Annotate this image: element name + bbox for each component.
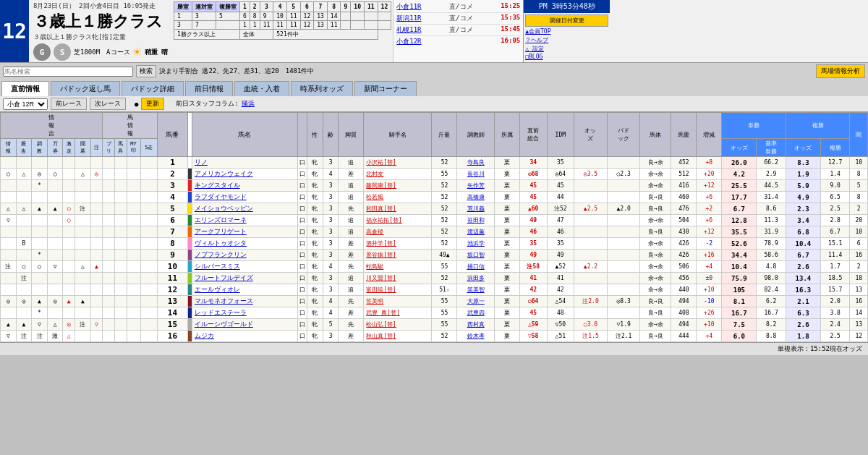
horse-name[interactable]: アークフリゲート	[192, 226, 297, 238]
horse-trainer[interactable]: 矢作芳	[457, 180, 495, 192]
race-link-niigata11[interactable]: 新潟11R 直/コメ 15:35	[396, 13, 520, 25]
race-link-kokura12[interactable]: 小倉12R 16:05	[396, 36, 520, 47]
horse-trainer[interactable]: 寺島良	[457, 157, 495, 169]
horse-jockey[interactable]: 和田真[替]	[364, 203, 432, 215]
menu-kaiin[interactable]: ▲会員TOP	[525, 27, 608, 35]
horse-age: 3	[323, 238, 339, 250]
horse-allow: 52	[432, 180, 457, 192]
horse-jockey[interactable]: 蛇島駿	[364, 261, 432, 273]
horse-jockey[interactable]: 秋山真[替]	[364, 331, 432, 342]
horse-name[interactable]: キングスタイル	[192, 180, 297, 192]
menu-settings[interactable]: △ 設定	[525, 45, 608, 53]
horse-name[interactable]: アメリカンウェイク	[192, 169, 297, 180]
horse-trainer[interactable]: 池浜学	[457, 238, 495, 250]
race-link-kokura11[interactable]: 小倉11R 直/コメ 15:25	[396, 1, 520, 13]
horse-pad	[607, 157, 640, 169]
horse-pad: ◎8.3	[607, 296, 640, 307]
horse-jockey[interactable]: 酒井学[替]	[364, 238, 432, 250]
horse-odds	[574, 273, 608, 284]
horse-pad	[607, 238, 640, 250]
mark-mankken: ▲	[47, 203, 63, 215]
horse-buri	[103, 180, 115, 192]
next-race-btn[interactable]: 次レース	[90, 98, 126, 110]
race-select[interactable]: 小倉 12R	[3, 98, 48, 110]
mark-kaibaku: △	[75, 261, 91, 273]
kaiji-btn[interactable]: 開催日付変更	[525, 14, 608, 27]
horse-trainer[interactable]: 掻口信	[457, 261, 495, 273]
mark-chokyo	[32, 226, 48, 238]
horse-name[interactable]: レッドエステーラ	[192, 307, 297, 319]
s-icon: S	[54, 43, 71, 61]
horse-name[interactable]: エールヴィオレ	[192, 284, 297, 296]
tab-paddock-detail[interactable]: パドック詳細	[122, 81, 184, 96]
horse-jockey[interactable]: 北村友	[364, 169, 432, 180]
horse-body: 余→余	[640, 273, 671, 284]
horse-name[interactable]: メイショウベッピン	[192, 203, 297, 215]
horse-name[interactable]: シルバースミス	[192, 261, 297, 273]
horse-trainer[interactable]: 大原一	[457, 296, 495, 307]
horse-num: 1	[158, 157, 188, 169]
prev-race-btn[interactable]: 前レース	[51, 98, 87, 110]
tab-paddock-kaeshi[interactable]: パドック返し馬	[51, 81, 120, 96]
horse-name[interactable]: ムジカ	[192, 331, 297, 342]
update-btn[interactable]: 更新	[141, 98, 164, 110]
horse-odds: 注2.0	[574, 296, 608, 307]
horse-name[interactable]: ラフダイヤモンド	[192, 192, 297, 203]
horse-name[interactable]: エリンズロマーネ	[192, 215, 297, 226]
horse-buri	[103, 192, 115, 203]
horse-name[interactable]: ノブフランクリン	[192, 250, 297, 261]
horse-trainer[interactable]: 鈴木孝	[457, 331, 495, 342]
horse-place: 栗	[494, 273, 519, 284]
horse-jockey[interactable]: 武豊 農[替]	[364, 307, 432, 319]
horse-trainer[interactable]: 高橋康	[457, 192, 495, 203]
staff-label: 前日スタッフコラム:	[176, 99, 238, 109]
tab-ketto[interactable]: 血統・入着	[234, 81, 289, 96]
horse-name[interactable]: マルモネオフォース	[192, 296, 297, 307]
horse-trainer[interactable]: 笑美智	[457, 284, 495, 296]
horse-body: 良→良	[640, 192, 671, 203]
horse-jockey[interactable]: 景谷振[替]	[364, 250, 432, 261]
horse-name[interactable]: イルーシヴゴールド	[192, 319, 297, 331]
horse-trainer[interactable]: 浜田多	[457, 273, 495, 284]
race-link-sapporo11[interactable]: 札幌11R 直/コメ 15:45	[396, 25, 520, 36]
horse-name[interactable]: リノ	[192, 157, 297, 169]
search-button[interactable]: 検索	[136, 65, 156, 77]
horse-trainer[interactable]: 武豊四	[457, 307, 495, 319]
horse-jockey[interactable]: 富田暁[替]	[364, 284, 432, 296]
horse-jockey[interactable]: 笠美明	[364, 296, 432, 307]
col-place2: 連対室	[192, 2, 216, 12]
staff-link[interactable]: 掻浜	[242, 99, 255, 109]
tab-chokuzen[interactable]: 直前情報	[1, 81, 49, 96]
mark-kyusha: 注	[16, 273, 32, 284]
horse-tan-base: 82.4	[757, 284, 786, 296]
tab-shinbun[interactable]: 新聞コーナー	[354, 81, 417, 96]
mark-kaibaku: 注	[75, 319, 91, 331]
horse-jockey[interactable]: 福永祐拓[替]	[364, 215, 432, 226]
horse-name[interactable]: ヴィルトゥオシタ	[192, 238, 297, 250]
mark-geki	[63, 273, 75, 284]
horse-jockey[interactable]: 高倉稜	[364, 226, 432, 238]
tab-zenjitsu[interactable]: 前日情報	[185, 81, 233, 96]
menu-blog[interactable]: □BLOG	[525, 54, 608, 60]
horse-jockey[interactable]: 松山弘[替]	[364, 319, 432, 331]
horse-trainer[interactable]: 西村真	[457, 319, 495, 331]
horse-trainer[interactable]: 渡辺薫	[457, 226, 495, 238]
horse-my-mark	[127, 250, 140, 261]
horse-jockey[interactable]: 小沢祐[替]	[364, 157, 432, 169]
horse-trainer[interactable]: 荒川義	[457, 203, 495, 215]
horse-pad	[607, 261, 640, 273]
horse-name[interactable]: フルートフルデイズ	[192, 273, 297, 284]
horse-trainer[interactable]: 長谷川	[457, 169, 495, 180]
horse-jockey[interactable]: 松若風	[364, 192, 432, 203]
horse-jockey[interactable]: 藤岡康[替]	[364, 180, 432, 192]
horse-odds: ▲2.2	[574, 261, 608, 273]
horse-trainer[interactable]: 坂口智	[457, 250, 495, 261]
search-input[interactable]	[3, 67, 133, 77]
banba-btn[interactable]: 馬場情報分析	[816, 64, 865, 78]
horse-trainer[interactable]: 笹田和	[457, 215, 495, 226]
menu-help[interactable]: ？ヘルプ	[525, 36, 608, 44]
tab-jikeiretu[interactable]: 時系列オッズ	[291, 81, 353, 96]
horse-jockey[interactable]: 川又賢[替]	[364, 273, 432, 284]
horse-allow: 52	[432, 215, 457, 226]
horse-sex: 牝	[307, 273, 323, 284]
